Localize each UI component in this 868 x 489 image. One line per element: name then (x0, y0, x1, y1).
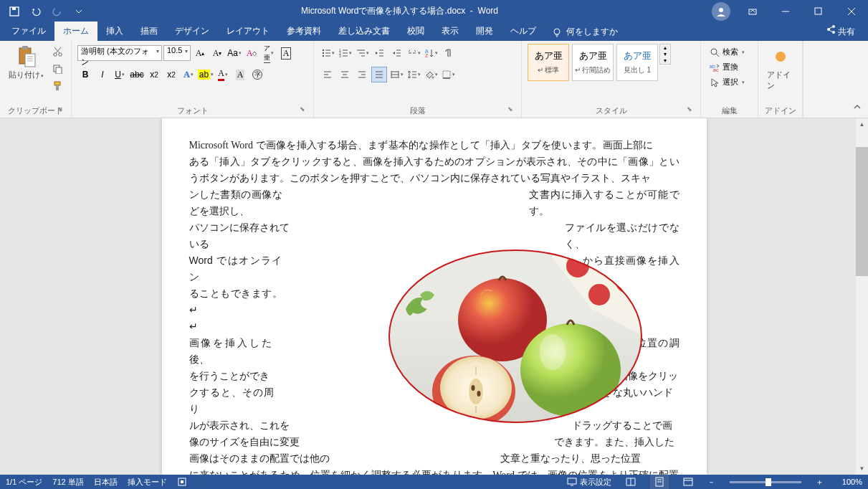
status-page[interactable]: 1/1 ページ (6, 477, 42, 488)
show-marks-button[interactable] (440, 45, 456, 61)
view-print-layout[interactable] (650, 475, 669, 489)
document-area[interactable]: Microsoft Word で画像を挿入する場合、まず基本的な操作として「挿入… (0, 118, 868, 475)
display-settings[interactable]: 表示設定 (567, 477, 611, 488)
save-icon[interactable] (6, 3, 23, 20)
font-size-select[interactable]: 10.5 (163, 45, 191, 61)
bullets-button[interactable] (320, 45, 335, 61)
vertical-scrollbar[interactable]: ▲ ▼ (856, 118, 868, 475)
close-icon[interactable] (835, 0, 868, 22)
tab-view[interactable]: 表示 (433, 22, 467, 41)
svg-point-78 (711, 49, 717, 54)
tab-layout[interactable]: レイアウト (218, 22, 278, 41)
replace-button[interactable]: abac置換 (707, 60, 741, 74)
shrink-font-button[interactable]: A▾ (209, 45, 225, 61)
view-web-layout[interactable] (679, 475, 697, 489)
font-name-select[interactable]: 游明朝 (本文のフォン (77, 45, 162, 61)
ribbon-display-icon[interactable] (736, 0, 769, 22)
bold-button[interactable]: B (77, 67, 93, 82)
styles-launcher[interactable]: ⬊ (685, 105, 695, 115)
align-right-button[interactable] (354, 67, 370, 82)
increase-indent-button[interactable] (388, 45, 404, 61)
multilevel-list-button[interactable] (354, 45, 370, 61)
italic-button[interactable]: I (95, 67, 110, 82)
format-painter-button[interactable] (49, 78, 65, 94)
strikethrough-button[interactable]: abc (129, 67, 145, 82)
tab-help[interactable]: ヘルプ (502, 22, 545, 41)
collapse-ribbon-button[interactable] (849, 99, 865, 115)
paste-button[interactable]: 貼り付け (4, 42, 48, 83)
undo-icon[interactable] (27, 3, 44, 20)
subscript-button[interactable]: x2 (146, 67, 162, 82)
title-bar: Microsoft Wordで画像を挿入する場合.docx - Word (0, 0, 868, 22)
status-language[interactable]: 日本語 (94, 477, 118, 488)
char-shading-button[interactable]: A (232, 67, 248, 82)
numbering-button[interactable]: 123 (337, 45, 353, 61)
borders-button[interactable] (440, 67, 456, 82)
align-left-button[interactable] (320, 67, 335, 82)
minimize-icon[interactable] (769, 0, 802, 22)
scroll-up-arrow[interactable]: ▲ (856, 118, 868, 130)
maximize-icon[interactable] (802, 0, 835, 22)
align-center-button[interactable] (337, 67, 353, 82)
shading-button[interactable] (423, 67, 439, 82)
tab-developer[interactable]: 開発 (467, 22, 502, 41)
addin-button[interactable]: アドイン (763, 42, 798, 94)
clear-format-button[interactable]: A◇ (244, 45, 259, 61)
svg-rect-1 (12, 7, 16, 10)
style-nospacing[interactable]: あア亜↵ 行間詰め (572, 44, 614, 81)
scroll-thumb[interactable] (856, 147, 868, 276)
zoom-level[interactable]: 100% (834, 478, 862, 486)
font-color-button[interactable]: A (215, 67, 231, 82)
copy-button[interactable] (49, 61, 65, 77)
tab-design[interactable]: デザイン (166, 22, 218, 41)
paragraph-launcher[interactable]: ⬊ (505, 105, 515, 115)
svg-point-22 (54, 53, 57, 56)
change-case-button[interactable]: Aa (226, 45, 242, 61)
paragraph-1[interactable]: Microsoft Word で画像を挿入する場合、まず基本的な操作として「挿入… (189, 137, 679, 475)
tab-review[interactable]: 校閲 (399, 22, 433, 41)
tab-home[interactable]: ホーム (54, 22, 97, 41)
find-button[interactable]: 検索 (707, 45, 748, 59)
replace-icon: abac (710, 62, 720, 72)
redo-icon[interactable] (49, 3, 66, 20)
styles-gallery-more[interactable]: ▴▾▾ (659, 44, 671, 65)
asian-layout-button[interactable] (406, 45, 421, 61)
distributed-button[interactable] (388, 67, 404, 82)
font-launcher[interactable]: ⬊ (297, 105, 307, 115)
superscript-button[interactable]: x2 (163, 67, 179, 82)
zoom-in-button[interactable]: ＋ (816, 477, 824, 488)
sort-button[interactable]: AZ (423, 45, 439, 61)
text-effects-button[interactable]: A (181, 67, 196, 82)
page[interactable]: Microsoft Word で画像を挿入する場合、まず基本的な操作として「挿入… (162, 118, 707, 475)
qat-customize-icon[interactable] (70, 3, 87, 20)
underline-button[interactable]: U (112, 67, 128, 82)
style-normal[interactable]: あア亜↵ 標準 (528, 44, 569, 81)
clipboard-launcher[interactable]: ⬊ (55, 105, 65, 115)
style-heading1[interactable]: あア亜見出し 1 (616, 44, 658, 81)
select-button[interactable]: 選択 (707, 75, 748, 89)
enclose-char-button[interactable]: 字 (249, 67, 265, 82)
zoom-out-button[interactable]: － (707, 477, 715, 488)
zoom-slider[interactable] (730, 481, 801, 483)
tell-me-search[interactable]: 何をしますか (545, 23, 625, 41)
status-macro-icon[interactable] (177, 477, 187, 487)
justify-button[interactable] (371, 67, 387, 82)
phonetic-guide-button[interactable]: ア亜 (261, 45, 277, 61)
view-read-mode[interactable] (621, 475, 640, 489)
decrease-indent-button[interactable] (371, 45, 387, 61)
scroll-down-arrow[interactable]: ▼ (856, 462, 868, 475)
highlight-button[interactable]: ab (198, 67, 214, 82)
cut-button[interactable] (49, 44, 65, 60)
tab-draw[interactable]: 描画 (132, 22, 166, 41)
tab-mailings[interactable]: 差し込み文書 (330, 22, 399, 41)
account-avatar[interactable] (712, 2, 730, 21)
status-words[interactable]: 712 単語 (52, 477, 83, 488)
status-insert-mode[interactable]: 挿入モード (128, 477, 167, 488)
tab-references[interactable]: 参考資料 (278, 22, 330, 41)
char-border-button[interactable]: A (278, 45, 294, 61)
tab-insert[interactable]: 挿入 (97, 22, 132, 41)
share-button[interactable]: 共有 (816, 22, 865, 41)
tab-file[interactable]: ファイル (3, 22, 54, 41)
line-spacing-button[interactable] (406, 67, 421, 82)
grow-font-button[interactable]: A▴ (192, 45, 208, 61)
